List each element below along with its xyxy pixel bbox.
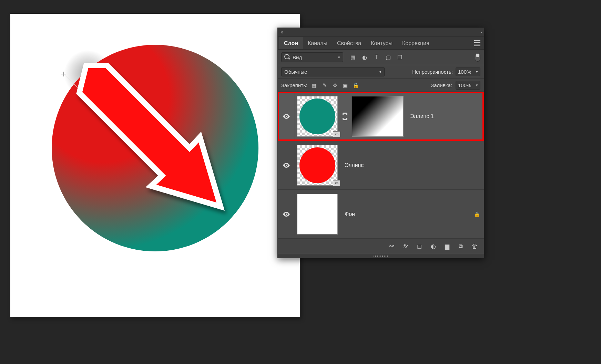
close-icon[interactable]: × (281, 30, 283, 35)
eye-icon (283, 163, 290, 168)
blend-mode-value: Обычные (284, 69, 307, 75)
filter-smart-icon[interactable]: ❐ (396, 54, 403, 61)
layers-panel: × ‹‹ Слои Каналы Свойства Контуры Коррек… (277, 28, 484, 258)
filter-adjust-icon[interactable]: ◐ (361, 54, 368, 61)
chevron-down-icon: ▾ (476, 83, 478, 87)
opacity-label: Непрозрачность: (412, 69, 453, 75)
filter-toggle[interactable] (475, 53, 480, 62)
blend-mode-select[interactable]: Обычные ▾ (281, 67, 385, 76)
layer-thumbnail[interactable] (295, 194, 340, 235)
layer-thumbnail[interactable]: ▭ (295, 145, 340, 186)
mask-link-icon[interactable] (340, 113, 350, 120)
new-layer-icon[interactable]: ⧉ (457, 243, 465, 250)
vector-badge-icon: ▭ (333, 131, 340, 137)
filter-pixel-icon[interactable]: ▧ (349, 54, 356, 61)
blend-opacity-row: Обычные ▾ Непрозрачность: 100% ▾ (278, 65, 484, 79)
layer-list: ▭ Эллипс 1 ▭ Эллипс (278, 92, 484, 239)
opacity-value: 100% (458, 69, 471, 75)
tab-properties[interactable]: Свойства (332, 37, 366, 49)
lock-all-icon[interactable]: 🔒 (352, 82, 359, 89)
visibility-toggle[interactable] (278, 141, 295, 189)
fill-value: 100% (458, 82, 471, 88)
fx-icon[interactable]: fx (402, 243, 409, 250)
svg-point-3 (286, 214, 287, 215)
lock-fill-row: Закрепить: ▦ ✎ ✥ ▣ 🔒 Заливка: 100% ▾ (278, 79, 484, 92)
eye-icon (283, 212, 290, 217)
kind-filter-select[interactable]: Вид ▾ (281, 52, 343, 62)
panel-menu-icon[interactable] (471, 38, 484, 49)
tab-layers[interactable]: Слои (279, 37, 303, 49)
filter-shape-icon[interactable]: ▢ (385, 54, 391, 61)
layer-filter-row: Вид ▾ ▧ ◐ T ▢ ❐ (278, 50, 484, 65)
panel-footer: ⚯ fx ◻ ◐ ▆ ⧉ 🗑 (278, 239, 484, 254)
svg-point-2 (286, 165, 287, 166)
panel-tabs: Слои Каналы Свойства Контуры Коррекция (278, 37, 484, 50)
vector-badge-icon: ▭ (333, 180, 340, 186)
lock-icon[interactable]: 🔒 (470, 211, 484, 217)
delete-layer-icon[interactable]: 🗑 (471, 243, 478, 250)
tab-channels[interactable]: Каналы (303, 37, 332, 49)
tab-paths[interactable]: Контуры (366, 37, 397, 49)
chevron-down-icon: ▾ (476, 70, 478, 74)
layer-mask-thumbnail[interactable] (350, 96, 405, 137)
fill-label: Заливка: (431, 82, 452, 88)
layer-row[interactable]: ▭ Эллипс (278, 141, 484, 190)
adjustment-layer-icon[interactable]: ◐ (429, 243, 437, 250)
artwork-gradient-circle (52, 45, 258, 251)
filter-type-icon[interactable]: T (373, 54, 380, 61)
layer-row[interactable]: Фон 🔒 (278, 190, 484, 239)
svg-point-1 (286, 116, 287, 117)
link-layers-icon[interactable]: ⚯ (388, 243, 396, 250)
layer-name[interactable]: Эллипс 1 (405, 113, 484, 119)
chevron-down-icon: ▾ (338, 55, 340, 60)
layer-name[interactable]: Фон (340, 211, 470, 217)
fill-input[interactable]: 100% ▾ (456, 81, 480, 90)
visibility-toggle[interactable] (278, 92, 295, 141)
eye-icon (283, 114, 290, 119)
lock-pixels-icon[interactable]: ✎ (321, 82, 328, 89)
lock-position-icon[interactable]: ✥ (332, 82, 338, 89)
lock-label: Закрепить: (281, 82, 307, 88)
panel-titlebar[interactable]: × ‹‹ (278, 28, 484, 37)
opacity-input[interactable]: 100% ▾ (456, 67, 480, 76)
kind-filter-label: Вид (293, 54, 302, 60)
lock-artboard-icon[interactable]: ▣ (342, 82, 349, 89)
lock-transparency-icon[interactable]: ▦ (311, 82, 318, 89)
tab-adjustments[interactable]: Коррекция (397, 37, 434, 49)
panel-resize-handle[interactable] (278, 254, 484, 258)
new-group-icon[interactable]: ▆ (443, 243, 451, 250)
chevron-down-icon: ▾ (379, 70, 381, 74)
search-icon (284, 54, 291, 60)
document-canvas[interactable] (10, 14, 300, 317)
add-mask-icon[interactable]: ◻ (416, 243, 423, 250)
layer-name[interactable]: Эллипс (340, 162, 484, 168)
layer-thumbnail[interactable]: ▭ (295, 96, 340, 137)
layer-row[interactable]: ▭ Эллипс 1 (278, 92, 484, 141)
visibility-toggle[interactable] (278, 190, 295, 238)
